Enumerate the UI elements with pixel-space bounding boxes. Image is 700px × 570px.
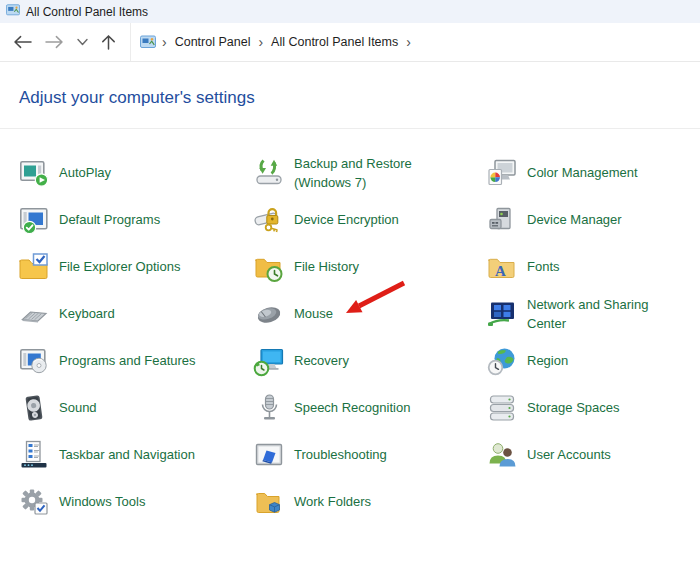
recovery-icon <box>253 345 285 377</box>
up-arrow-icon <box>103 36 114 49</box>
control-panel-item-label[interactable]: Troubleshooting <box>294 445 387 464</box>
troubleshooting-icon <box>253 439 285 471</box>
forward-button[interactable] <box>45 35 64 49</box>
work-folders-icon <box>253 486 285 518</box>
content-area: Adjust your computer's settings AutoPlay… <box>0 88 700 525</box>
item-recovery[interactable]: Recovery <box>253 337 486 384</box>
user-accounts-icon <box>486 439 518 471</box>
default-programs-icon <box>18 204 50 236</box>
programs-and-features-icon <box>18 345 50 377</box>
item-taskbar-and-navigation[interactable]: Taskbar and Navigation <box>18 431 253 478</box>
item-programs-and-features[interactable]: Programs and Features <box>18 337 253 384</box>
control-panel-item-label[interactable]: Taskbar and Navigation <box>59 445 195 464</box>
item-region[interactable]: Region <box>486 337 700 384</box>
control-panel-item-label[interactable]: Keyboard <box>59 304 115 323</box>
control-panel-item-label[interactable]: Default Programs <box>59 210 160 229</box>
item-speech-recognition[interactable]: Speech Recognition <box>253 384 486 431</box>
control-panel-icon <box>140 34 156 50</box>
breadcrumb-chevron[interactable]: › <box>162 34 167 50</box>
address-bar[interactable]: › Control Panel › All Control Panel Item… <box>130 23 700 61</box>
control-panel-icon <box>6 3 20 21</box>
network-and-sharing-center-icon <box>486 298 518 330</box>
breadcrumb-segment-control-panel[interactable]: Control Panel <box>175 35 251 49</box>
chevron-down-icon <box>78 40 87 45</box>
control-panel-item-label[interactable]: AutoPlay <box>59 163 111 182</box>
control-panel-item-label[interactable]: Device Encryption <box>294 210 399 229</box>
control-panel-item-label[interactable]: Sound <box>59 398 97 417</box>
region-icon <box>486 345 518 377</box>
item-default-programs[interactable]: Default Programs <box>18 196 253 243</box>
control-panel-item-label[interactable]: Work Folders <box>294 492 371 511</box>
item-network-and-sharing-center[interactable]: Network and Sharing Center <box>486 290 700 337</box>
sound-icon <box>18 392 50 424</box>
item-device-manager[interactable]: Device Manager <box>486 196 700 243</box>
nav-button-group <box>0 23 130 61</box>
item-windows-tools[interactable]: Windows Tools <box>18 478 253 525</box>
back-arrow-icon <box>15 37 31 48</box>
up-button[interactable] <box>101 34 116 50</box>
item-mouse[interactable]: Mouse <box>253 290 486 337</box>
navigation-toolbar: › Control Panel › All Control Panel Item… <box>0 23 700 62</box>
control-panel-item-label[interactable]: Backup and Restore (Windows 7) <box>294 154 446 192</box>
item-storage-spaces[interactable]: Storage Spaces <box>486 384 700 431</box>
breadcrumb-chevron[interactable]: › <box>406 34 411 50</box>
device-manager-icon <box>486 204 518 236</box>
control-panel-item-label[interactable]: File Explorer Options <box>59 257 180 276</box>
autoplay-icon <box>18 157 50 189</box>
device-encryption-icon <box>253 204 285 236</box>
keyboard-icon <box>18 298 50 330</box>
file-explorer-options-icon <box>18 251 50 283</box>
control-panel-item-label[interactable]: Speech Recognition <box>294 398 410 417</box>
storage-spaces-icon <box>486 392 518 424</box>
forward-arrow-icon <box>46 37 62 48</box>
recent-locations-button[interactable] <box>77 38 88 46</box>
control-panel-item-label[interactable]: Device Manager <box>527 210 622 229</box>
page-title: Adjust your computer's settings <box>19 88 700 108</box>
control-panel-item-label[interactable]: Fonts <box>527 257 560 276</box>
control-panel-item-label[interactable]: Windows Tools <box>59 492 145 511</box>
backup-and-restore-icon <box>253 157 285 189</box>
window-title: All Control Panel Items <box>26 5 148 19</box>
item-fonts[interactable]: A Fonts <box>486 243 700 290</box>
taskbar-and-navigation-icon <box>18 439 50 471</box>
control-panel-item-label[interactable]: Color Management <box>527 163 638 182</box>
item-keyboard[interactable]: Keyboard <box>18 290 253 337</box>
mouse-icon <box>253 298 285 330</box>
control-panel-items-grid: AutoPlay Backup and Restore (Windows 7) … <box>0 149 700 525</box>
item-color-management[interactable]: Color Management <box>486 149 700 196</box>
control-panel-item-label[interactable]: Storage Spaces <box>527 398 620 417</box>
back-button[interactable] <box>13 35 32 49</box>
control-panel-item-label[interactable]: File History <box>294 257 359 276</box>
speech-recognition-icon <box>253 392 285 424</box>
breadcrumb-chevron[interactable]: › <box>258 34 263 50</box>
item-device-encryption[interactable]: Device Encryption <box>253 196 486 243</box>
item-backup-and-restore-windows-7[interactable]: Backup and Restore (Windows 7) <box>253 149 486 196</box>
window-titlebar: All Control Panel Items <box>0 0 700 23</box>
svg-text:A: A <box>495 263 506 279</box>
item-autoplay[interactable]: AutoPlay <box>18 149 253 196</box>
breadcrumb-segment-all-control-panel-items[interactable]: All Control Panel Items <box>271 35 398 49</box>
windows-tools-icon <box>18 486 50 518</box>
file-history-icon <box>253 251 285 283</box>
control-panel-item-label[interactable]: Region <box>527 351 568 370</box>
item-sound[interactable]: Sound <box>18 384 253 431</box>
control-panel-item-label[interactable]: Recovery <box>294 351 349 370</box>
control-panel-item-label[interactable]: Programs and Features <box>59 351 196 370</box>
item-file-history[interactable]: File History <box>253 243 486 290</box>
color-management-icon <box>486 157 518 189</box>
control-panel-item-label[interactable]: Mouse <box>294 304 333 323</box>
item-troubleshooting[interactable]: Troubleshooting <box>253 431 486 478</box>
item-work-folders[interactable]: Work Folders <box>253 478 486 525</box>
item-file-explorer-options[interactable]: File Explorer Options <box>18 243 253 290</box>
item-user-accounts[interactable]: User Accounts <box>486 431 700 478</box>
control-panel-item-label[interactable]: Network and Sharing Center <box>527 295 679 333</box>
fonts-icon: A <box>486 251 518 283</box>
control-panel-item-label[interactable]: User Accounts <box>527 445 611 464</box>
divider <box>0 128 700 129</box>
